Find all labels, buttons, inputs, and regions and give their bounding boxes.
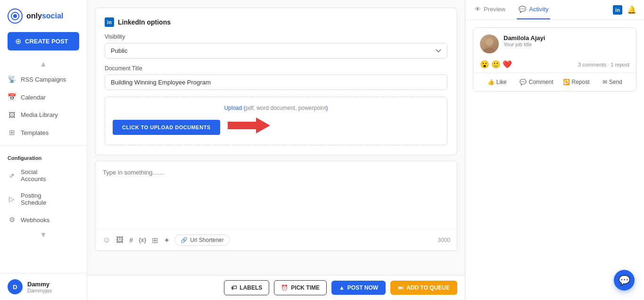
svg-point-4 bbox=[483, 48, 496, 53]
right-panel: 👁 Preview 💬 Activity in 🔔 bbox=[465, 0, 644, 300]
reaction-clap: 😮 bbox=[480, 60, 489, 69]
svg-point-3 bbox=[486, 38, 493, 46]
chat-icon: 💬 bbox=[519, 6, 526, 13]
document-title-input[interactable] bbox=[105, 75, 447, 90]
comment-label: Comment bbox=[528, 79, 553, 85]
reaction-stats: 3 comments · 1 repost bbox=[578, 62, 629, 67]
like-action[interactable]: 👍 Like bbox=[480, 77, 514, 87]
reaction-like: 🙂 bbox=[491, 60, 501, 69]
config-section-title: Configuration bbox=[0, 150, 87, 164]
chat-bubble-icon: 💬 bbox=[619, 275, 630, 286]
comment-action[interactable]: 💬 Comment bbox=[516, 77, 557, 87]
linkedin-options-card: in LinkedIn options Visibility Public Co… bbox=[95, 8, 457, 155]
post-user-name: Damilola Ajayi bbox=[504, 34, 545, 42]
sidebar-item-social-accounts[interactable]: ⇗ SocialAccounts bbox=[0, 164, 87, 187]
queue-icon: ⏭ bbox=[398, 284, 404, 291]
user-info: Dammy Dammyjas bbox=[27, 281, 52, 293]
chat-bubble-button[interactable]: 💬 bbox=[614, 270, 635, 291]
post-actions: 👍 Like 💬 Comment 🔁 Repost ✉ Send bbox=[473, 73, 636, 91]
upload-text: Upload ( bbox=[224, 105, 245, 111]
webhooks-icon: ⚙ bbox=[8, 216, 16, 224]
tab-preview[interactable]: 👁 Preview bbox=[473, 0, 507, 19]
post-reactions: 😮 🙂 ❤️ 3 comments · 1 repost bbox=[473, 60, 636, 73]
upload-documents-button[interactable]: CLICK TO UPLOAD DOCUMENTS bbox=[113, 120, 220, 135]
upload-row: CLICK TO UPLOAD DOCUMENTS bbox=[113, 117, 439, 137]
user-name: Dammy bbox=[27, 281, 52, 288]
post-now-button[interactable]: ▲ POST NOW bbox=[331, 281, 386, 295]
visibility-select[interactable]: Public Connections Only Private bbox=[105, 43, 447, 58]
reaction-heart: ❤️ bbox=[503, 60, 512, 69]
emoji-icon[interactable]: ☺ bbox=[102, 235, 111, 245]
image-icon[interactable]: 🖼 bbox=[115, 235, 124, 245]
document-title-label: Document Title bbox=[105, 65, 447, 72]
add-to-queue-button[interactable]: ⏭ ADD TO QUEUE bbox=[390, 281, 457, 295]
sidebar-item-label: Webhooks bbox=[21, 217, 50, 224]
sidebar-item-label: PostingSchedule bbox=[21, 192, 46, 206]
scroll-down-arrow[interactable]: ▼ bbox=[0, 229, 87, 241]
sidebar-item-label: Calendar bbox=[21, 94, 46, 101]
hashtag-icon[interactable]: # bbox=[128, 235, 134, 245]
grid-icon[interactable]: ⊞ bbox=[151, 235, 159, 246]
plus-icon: ⊕ bbox=[15, 37, 21, 46]
thumbs-up-icon: 👍 bbox=[487, 79, 495, 85]
repost-action[interactable]: 🔁 Repost bbox=[559, 77, 594, 87]
send-action[interactable]: ✉ Send bbox=[595, 77, 629, 87]
sidebar-item-calendar[interactable]: 📅 Calendar bbox=[0, 88, 87, 106]
pick-time-button[interactable]: ⏰ PICK TIME bbox=[274, 280, 327, 295]
sidebar-item-templates[interactable]: ⊞ Templates bbox=[0, 124, 87, 142]
post-now-btn-text: POST NOW bbox=[347, 284, 378, 291]
sidebar-item-label: RSS Campaigns bbox=[21, 76, 66, 83]
post-header: Damilola Ajayi Your job title bbox=[473, 28, 636, 60]
social-accounts-icon: ⇗ bbox=[8, 172, 16, 179]
eye-icon: 👁 bbox=[475, 6, 481, 13]
post-text-area[interactable] bbox=[95, 161, 457, 227]
sidebar-item-posting-schedule[interactable]: ▷ PostingSchedule bbox=[0, 187, 87, 211]
rocket-icon: ▲ bbox=[339, 284, 345, 291]
labels-btn-text: LABELS bbox=[239, 284, 262, 291]
upload-suffix: ) bbox=[326, 105, 328, 111]
char-count: 3000 bbox=[438, 237, 450, 243]
svg-point-1 bbox=[13, 14, 17, 18]
upload-types: pdf, word document, powerpoint bbox=[246, 105, 326, 111]
repost-label: Repost bbox=[572, 79, 590, 85]
comment-icon: 💬 bbox=[520, 79, 527, 85]
logo-text: onlysocial bbox=[26, 12, 63, 20]
url-shortener-button[interactable]: 🔗 Url Shortener bbox=[174, 234, 230, 246]
activity-tab-label: Activity bbox=[529, 6, 548, 13]
post-user-title: Your job title bbox=[504, 42, 545, 47]
add-queue-btn-text: ADD TO QUEUE bbox=[406, 284, 450, 291]
bottom-bar: 🏷 LABELS ⏰ PICK TIME ▲ POST NOW ⏭ ADD TO… bbox=[87, 275, 465, 300]
sidebar-item-webhooks[interactable]: ⚙ Webhooks bbox=[0, 211, 87, 229]
send-icon: ✉ bbox=[603, 79, 607, 85]
sidebar-item-media[interactable]: 🖼 Media Library bbox=[0, 106, 87, 124]
url-shortener-label: Url Shortener bbox=[190, 237, 223, 243]
main-content: in LinkedIn options Visibility Public Co… bbox=[87, 0, 465, 300]
avatar: D bbox=[8, 279, 23, 294]
text-toolbar: ☺ 🖼 # {x} ⊞ ✦ 🔗 Url Shortener 3000 bbox=[95, 229, 457, 250]
tab-activity[interactable]: 💬 Activity bbox=[517, 0, 550, 19]
linkedin-badge: in bbox=[105, 17, 114, 27]
linkedin-options-title: LinkedIn options bbox=[118, 18, 171, 26]
variable-icon[interactable]: {x} bbox=[138, 236, 147, 244]
pick-time-btn-text: PICK TIME bbox=[291, 284, 320, 291]
labels-button[interactable]: 🏷 LABELS bbox=[224, 280, 269, 295]
sidebar-nav: ▲ 📡 RSS Campaigns 📅 Calendar 🖼 Media Lib… bbox=[0, 58, 87, 273]
rss-icon: 📡 bbox=[8, 75, 16, 83]
main-scroll: in LinkedIn options Visibility Public Co… bbox=[87, 0, 465, 275]
right-panel-header: 👁 Preview 💬 Activity in 🔔 bbox=[465, 0, 644, 20]
calendar-icon: 📅 bbox=[8, 93, 16, 101]
linkedin-corner-badge: in bbox=[613, 5, 622, 15]
repost-icon: 🔁 bbox=[563, 79, 570, 85]
avatar-inner bbox=[480, 34, 499, 53]
upload-hint: Upload (pdf, word document, powerpoint) bbox=[113, 105, 439, 111]
create-post-button[interactable]: ⊕ CREATE POST bbox=[8, 32, 79, 50]
sidebar: onlysocial ⊕ CREATE POST ▲ 📡 RSS Campaig… bbox=[0, 0, 87, 300]
sidebar-item-rss[interactable]: 📡 RSS Campaigns bbox=[0, 70, 87, 88]
scroll-up-arrow[interactable]: ▲ bbox=[0, 58, 87, 70]
sidebar-item-label: Media Library bbox=[21, 111, 58, 118]
like-label: Like bbox=[496, 79, 507, 85]
svg-marker-2 bbox=[228, 117, 270, 133]
sparkle-icon[interactable]: ✦ bbox=[163, 235, 171, 246]
preview-tab-label: Preview bbox=[484, 6, 505, 13]
bell-icon[interactable]: 🔔 bbox=[627, 5, 636, 14]
